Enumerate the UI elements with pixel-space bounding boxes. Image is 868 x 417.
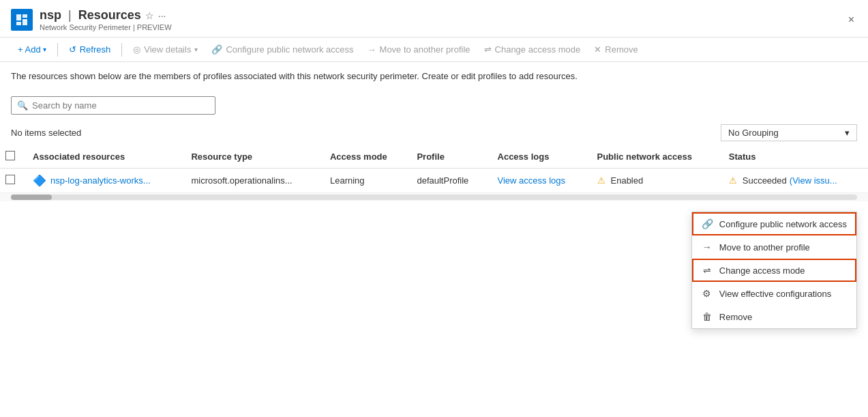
resource-link[interactable]: nsp-log-analytics-works... — [50, 175, 151, 186]
row-resource-type-cell: microsoft.operationalins... — [183, 169, 321, 193]
change-access-label: Change access mode — [495, 44, 581, 55]
view-configs-menu-label: View effective configurations — [719, 289, 831, 299]
configure-network-label: Configure public network access — [226, 44, 353, 55]
status-value: Succeeded — [743, 175, 787, 186]
move-profile-menu-label: Move to another profile — [719, 242, 810, 253]
col-resource-type: Resource type — [183, 145, 321, 169]
refresh-button[interactable]: ↺ Refresh — [62, 42, 118, 57]
panel-icon — [11, 9, 33, 31]
change-access-menu-icon: ⇌ — [702, 265, 713, 276]
col-profile: Profile — [408, 145, 489, 169]
toolbar-divider-1 — [57, 43, 58, 57]
access-mode-value: Learning — [330, 175, 365, 186]
table-controls: No items selected No Grouping ▾ — [0, 120, 868, 145]
table-container: Associated resources Resource type Acces… — [0, 145, 868, 193]
grouping-chevron-icon: ▾ — [845, 128, 850, 138]
scroll-thumb — [11, 195, 52, 200]
row-access-logs-cell: View access logs — [490, 169, 589, 193]
row-checkbox[interactable] — [5, 175, 15, 184]
row-profile-cell: defaultProfile — [408, 169, 489, 193]
table-row: 🔷 nsp-log-analytics-works... microsoft.o… — [0, 169, 868, 193]
search-input[interactable] — [32, 100, 209, 111]
star-icon[interactable]: ☆ — [145, 10, 154, 21]
svg-rect-3 — [16, 22, 21, 25]
description-content: The resources shown below are the member… — [11, 71, 578, 81]
move-profile-label: Move to another profile — [380, 44, 470, 55]
col-status: Status — [721, 145, 868, 169]
title-separator: | — [68, 8, 72, 23]
toolbar-divider-2 — [121, 43, 122, 57]
configure-network-menu-icon: 🔗 — [702, 218, 713, 229]
title-area: nsp | Resources ☆ ··· Network Security P… — [11, 8, 172, 31]
menu-item-view-effective-configs[interactable]: ⚙ View effective configurations — [692, 282, 856, 305]
col-checkbox — [0, 145, 25, 169]
selected-count-label: No items selected — [11, 128, 81, 138]
svg-rect-0 — [16, 14, 21, 20]
add-button[interactable]: + Add ▾ — [11, 42, 53, 57]
change-access-menu-label: Change access mode — [719, 265, 805, 276]
configure-network-menu-label: Configure public network access — [719, 219, 847, 229]
remove-button[interactable]: ✕ Remove — [587, 42, 644, 57]
move-profile-menu-icon: → — [702, 242, 713, 253]
public-network-warning-icon: ⚠ — [597, 175, 605, 186]
col-public-network: Public network access — [589, 145, 721, 169]
resource-type-value: microsoft.operationalins... — [191, 175, 292, 186]
panel-header: nsp | Resources ☆ ··· Network Security P… — [0, 0, 868, 38]
menu-item-change-access-mode[interactable]: ⇌ Change access mode — [692, 259, 856, 282]
close-button[interactable]: × — [845, 11, 857, 29]
menu-item-remove[interactable]: 🗑 Remove — [692, 305, 856, 328]
remove-label: Remove — [605, 44, 638, 55]
add-icon: + — [18, 44, 23, 55]
change-access-icon: ⇌ — [484, 44, 492, 55]
profile-value: defaultProfile — [417, 175, 468, 186]
resource-type-icon: 🔷 — [33, 174, 46, 187]
menu-item-configure-public-network[interactable]: 🔗 Configure public network access — [692, 212, 856, 235]
row-checkbox-cell — [0, 169, 25, 193]
access-logs-link[interactable]: View access logs — [498, 175, 565, 186]
configure-network-icon: 🔗 — [211, 44, 222, 55]
row-resource-cell: 🔷 nsp-log-analytics-works... — [25, 169, 183, 193]
col-access-mode: Access mode — [322, 145, 408, 169]
page-title: Resources — [78, 8, 141, 23]
remove-icon: ✕ — [594, 44, 601, 55]
configure-network-button[interactable]: 🔗 Configure public network access — [205, 42, 360, 57]
table-header-row: Associated resources Resource type Acces… — [0, 145, 868, 169]
context-menu: 🔗 Configure public network access → Move… — [691, 212, 857, 329]
menu-item-move-to-profile[interactable]: → Move to another profile — [692, 235, 856, 259]
add-chevron-icon: ▾ — [43, 46, 46, 53]
view-details-chevron-icon: ▾ — [194, 46, 198, 53]
col-associated-resources: Associated resources — [25, 145, 183, 169]
remove-menu-label: Remove — [719, 312, 752, 322]
search-box: 🔍 — [11, 96, 215, 115]
public-network-value: Enabled — [611, 175, 644, 186]
more-icon[interactable]: ··· — [158, 10, 166, 21]
move-profile-button[interactable]: → Move to another profile — [361, 42, 477, 57]
add-label: Add — [25, 44, 41, 55]
status-warning-icon: ⚠ — [729, 175, 737, 186]
col-access-logs: Access logs — [490, 145, 589, 169]
refresh-label: Refresh — [80, 44, 111, 55]
change-access-button[interactable]: ⇌ Change access mode — [477, 42, 588, 57]
grouping-select[interactable]: No Grouping ▾ — [721, 124, 857, 141]
svg-rect-1 — [23, 14, 27, 18]
grouping-label: No Grouping — [728, 128, 779, 138]
select-all-checkbox[interactable] — [5, 151, 15, 160]
description-text: The resources shown below are the member… — [0, 62, 868, 91]
toolbar: + Add ▾ ↺ Refresh ◎ View details ▾ 🔗 Con… — [0, 38, 868, 62]
view-issue-link[interactable]: (View issu... — [790, 175, 837, 186]
title-text-group: nsp | Resources ☆ ··· Network Security P… — [40, 8, 172, 31]
view-details-button[interactable]: ◎ View details ▾ — [126, 42, 205, 57]
panel-subtitle: Network Security Perimeter | PREVIEW — [40, 23, 172, 31]
view-details-label: View details — [144, 44, 191, 55]
row-access-mode-cell: Learning — [322, 169, 408, 193]
remove-menu-icon: 🗑 — [702, 311, 713, 322]
search-icon: 🔍 — [17, 100, 28, 111]
scroll-bar[interactable] — [11, 195, 857, 200]
svg-rect-2 — [23, 19, 27, 25]
view-configs-menu-icon: ⚙ — [702, 288, 713, 299]
resource-name: nsp — [40, 8, 61, 23]
view-details-icon: ◎ — [133, 44, 140, 55]
move-profile-icon: → — [368, 44, 376, 55]
row-public-network-cell: ⚠ Enabled — [589, 169, 721, 193]
row-status-cell: ⚠ Succeeded (View issu... — [721, 169, 868, 193]
